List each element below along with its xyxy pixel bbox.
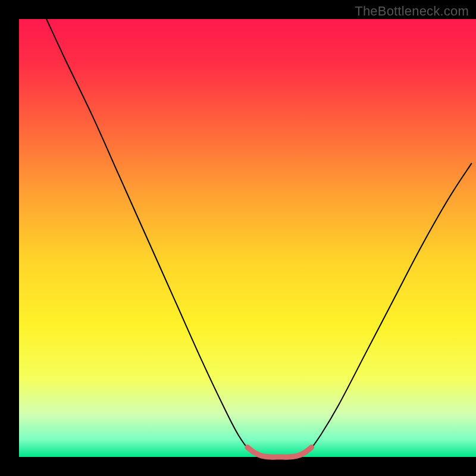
chart-gradient-area: [19, 19, 476, 457]
bottleneck-chart: [0, 0, 476, 476]
watermark-text: TheBottleneck.com: [355, 4, 469, 19]
